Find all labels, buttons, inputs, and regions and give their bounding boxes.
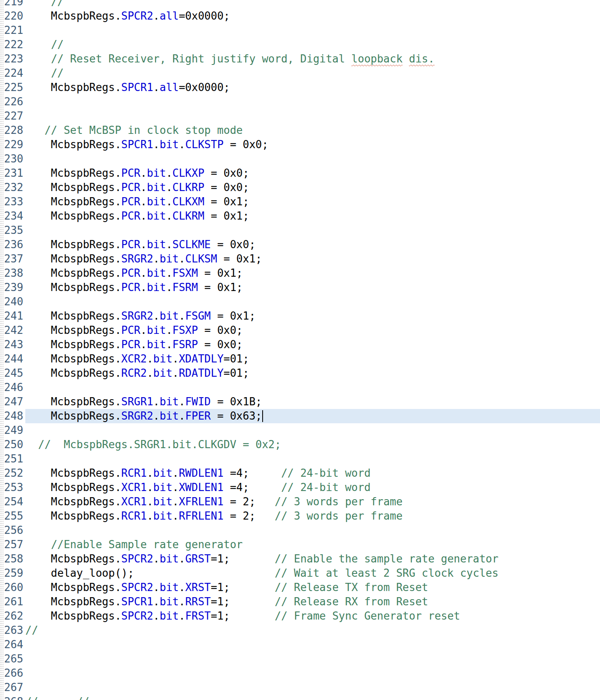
code-text[interactable]: McbspbRegs.PCR.bit.CLKRM = 0x1; (25, 209, 600, 223)
line-number[interactable]: 219 (0, 0, 25, 9)
line-number[interactable]: 223 (0, 52, 25, 66)
code-text[interactable] (25, 452, 600, 466)
line-number[interactable]: 257 (0, 538, 25, 552)
line-number[interactable]: 229 (0, 138, 25, 152)
code-text[interactable]: McbspbRegs.PCR.bit.FSXP = 0x0; (25, 323, 600, 338)
code-text[interactable]: McbspbRegs.XCR1.bit.XWDLEN1 =4; // 24-bi… (25, 480, 600, 495)
line-number[interactable]: 220 (0, 9, 25, 23)
code-text[interactable]: McbspbRegs.SPCR2.bit.GRST=1; // Enable t… (25, 552, 600, 566)
line-number[interactable]: 242 (0, 323, 25, 338)
line-number[interactable]: 249 (0, 423, 25, 438)
code-text[interactable]: // McbspbRegs.SRGR1.bit.CLKGDV = 0x2; (25, 438, 600, 452)
line-number[interactable]: 259 (0, 566, 25, 580)
line-number[interactable]: 250 (0, 438, 25, 452)
code-text[interactable]: // // (25, 695, 600, 700)
code-text[interactable]: McbspbRegs.PCR.bit.CLKXM = 0x1; (25, 195, 600, 209)
code-text[interactable] (25, 152, 600, 166)
code-text[interactable]: McbspbRegs.SRGR2.bit.FSGM = 0x1; (25, 309, 600, 323)
line-number[interactable]: 232 (0, 180, 25, 195)
code-text[interactable] (25, 380, 600, 395)
code-text[interactable] (25, 666, 600, 680)
line-number[interactable]: 262 (0, 609, 25, 623)
line-number[interactable]: 268 (0, 695, 25, 700)
code-text[interactable]: McbspbRegs.PCR.bit.FSRM = 0x1; (25, 280, 600, 295)
code-text[interactable] (25, 523, 600, 538)
line-number[interactable]: 227 (0, 109, 25, 123)
code-text[interactable]: McbspbRegs.PCR.bit.FSXM = 0x1; (25, 266, 600, 280)
line-number[interactable]: 267 (0, 680, 25, 695)
code-text[interactable]: McbspbRegs.RCR1.bit.RWDLEN1 =4; // 24-bi… (25, 466, 600, 480)
line-number[interactable]: 234 (0, 209, 25, 223)
code-text[interactable]: // (25, 0, 600, 9)
line-number[interactable]: 253 (0, 480, 25, 495)
line-number[interactable]: 238 (0, 266, 25, 280)
line-number[interactable]: 266 (0, 666, 25, 680)
code-text[interactable]: McbspbRegs.SPCR1.all=0x0000; (25, 80, 600, 95)
code-text[interactable]: delay_loop(); // Wait at least 2 SRG clo… (25, 566, 600, 580)
code-text[interactable]: McbspbRegs.SRGR2.bit.FPER = 0x63; (25, 409, 600, 423)
code-text[interactable]: McbspbRegs.SRGR2.bit.CLKSM = 0x1; (25, 252, 600, 266)
line-number[interactable]: 245 (0, 366, 25, 380)
code-text[interactable]: McbspbRegs.SRGR1.bit.FWID = 0x1B; (25, 395, 600, 409)
line-number[interactable]: 236 (0, 238, 25, 252)
line-number[interactable]: 256 (0, 523, 25, 538)
line-number[interactable]: 260 (0, 580, 25, 595)
code-text[interactable] (25, 652, 600, 666)
code-text[interactable]: McbspbRegs.PCR.bit.CLKRP = 0x0; (25, 180, 600, 195)
line-number[interactable]: 235 (0, 223, 25, 238)
code-text[interactable]: McbspbRegs.XCR2.bit.XDATDLY=01; (25, 352, 600, 366)
code-editor[interactable]: 219 //220 McbspbRegs.SPCR2.all=0x0000;22… (0, 0, 600, 700)
line-number[interactable]: 258 (0, 552, 25, 566)
line-number[interactable]: 221 (0, 23, 25, 38)
code-text[interactable] (25, 680, 600, 695)
code-text[interactable]: McbspbRegs.RCR2.bit.RDATDLY=01; (25, 366, 600, 380)
code-text[interactable]: McbspbRegs.SPCR1.bit.RRST=1; // Release … (25, 595, 600, 609)
line-number[interactable]: 243 (0, 338, 25, 352)
line-number[interactable]: 231 (0, 166, 25, 180)
line-number[interactable]: 251 (0, 452, 25, 466)
line-number[interactable]: 228 (0, 123, 25, 138)
code-text[interactable] (25, 638, 600, 652)
line-number[interactable]: 241 (0, 309, 25, 323)
line-number[interactable]: 255 (0, 509, 25, 523)
line-number[interactable]: 254 (0, 495, 25, 509)
line-number[interactable]: 263 (0, 623, 25, 638)
code-text[interactable]: // (25, 38, 600, 52)
line-number[interactable]: 247 (0, 395, 25, 409)
code-text[interactable]: // (25, 66, 600, 80)
code-text[interactable]: McbspbRegs.RCR1.bit.RFRLEN1 = 2; // 3 wo… (25, 509, 600, 523)
code-text[interactable] (25, 95, 600, 109)
line-number[interactable]: 222 (0, 38, 25, 52)
code-text[interactable]: // Set McBSP in clock stop mode (25, 123, 600, 138)
code-text[interactable]: McbspbRegs.SPCR2.bit.FRST=1; // Frame Sy… (25, 609, 600, 623)
code-text[interactable]: McbspbRegs.PCR.bit.CLKXP = 0x0; (25, 166, 600, 180)
code-text[interactable]: McbspbRegs.SPCR2.all=0x0000; (25, 9, 600, 23)
line-number[interactable]: 252 (0, 466, 25, 480)
code-text[interactable] (25, 23, 600, 38)
line-number[interactable]: 264 (0, 638, 25, 652)
code-text[interactable] (25, 423, 600, 438)
line-number[interactable]: 230 (0, 152, 25, 166)
code-text[interactable] (25, 109, 600, 123)
code-text[interactable]: McbspbRegs.XCR1.bit.XFRLEN1 = 2; // 3 wo… (25, 495, 600, 509)
code-text[interactable] (25, 295, 600, 309)
line-number[interactable]: 240 (0, 295, 25, 309)
line-number[interactable]: 225 (0, 80, 25, 95)
code-text[interactable]: McbspbRegs.PCR.bit.SCLKME = 0x0; (25, 238, 600, 252)
line-number[interactable]: 261 (0, 595, 25, 609)
code-text[interactable]: // (25, 623, 600, 638)
line-number[interactable]: 246 (0, 380, 25, 395)
line-number[interactable]: 224 (0, 66, 25, 80)
line-number[interactable]: 237 (0, 252, 25, 266)
line-number[interactable]: 265 (0, 652, 25, 666)
line-number[interactable]: 248 (0, 409, 25, 423)
code-text[interactable]: McbspbRegs.SPCR1.bit.CLKSTP = 0x0; (25, 138, 600, 152)
line-number[interactable]: 239 (0, 280, 25, 295)
code-text[interactable] (25, 223, 600, 238)
line-number[interactable]: 226 (0, 95, 25, 109)
code-text[interactable]: // Reset Receiver, Right justify word, D… (25, 52, 600, 66)
code-text[interactable]: McbspbRegs.PCR.bit.FSRP = 0x0; (25, 338, 600, 352)
code-text[interactable]: //Enable Sample rate generator (25, 538, 600, 552)
code-text[interactable]: McbspbRegs.SPCR2.bit.XRST=1; // Release … (25, 580, 600, 595)
line-number[interactable]: 244 (0, 352, 25, 366)
